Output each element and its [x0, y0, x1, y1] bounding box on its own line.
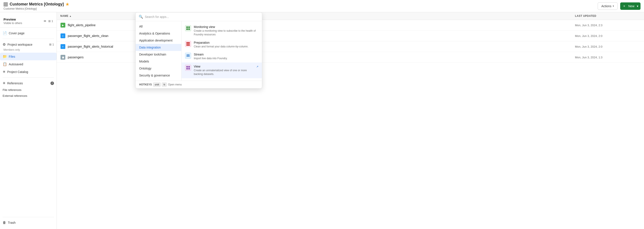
row-updated-1: Mon, Jun 3, 2024, 2:0	[575, 34, 640, 38]
workspace-grid-icon: ⊞	[49, 43, 52, 46]
category-item-data-integration[interactable]: Data integration	[136, 44, 181, 51]
section-divider-1	[2, 39, 54, 39]
sidebar-item-external-references[interactable]: External references	[0, 93, 56, 99]
new-app-dropdown[interactable]: 🔍 All Analytics & Operations Application…	[136, 12, 262, 88]
actions-label: Actions	[602, 4, 612, 8]
col-name-label: NAME	[60, 14, 68, 18]
stream-app-desc: Import live data into Foundry.	[194, 56, 258, 60]
svg-rect-4	[186, 42, 190, 43]
new-button[interactable]: + New ▾	[620, 2, 640, 10]
actions-button[interactable]: Actions ▾	[598, 2, 618, 10]
table-icon: ▦	[60, 55, 65, 60]
sidebar-item-file-references[interactable]: File references	[0, 87, 56, 93]
workspace-subtitle: Members only	[0, 48, 56, 53]
sidebar-item-autosaved[interactable]: 📋 Autosaved	[0, 60, 56, 68]
preparation-app-desc: Clean and format your data column-by-col…	[194, 45, 258, 48]
view-app-link-icon[interactable]: ↗	[256, 65, 258, 68]
monitoring-app-title: Monitoring view	[194, 25, 258, 28]
monitoring-app-icon	[185, 25, 191, 31]
star-icon[interactable]: ★	[66, 2, 69, 7]
sidebar-item-trash[interactable]: 🗑 Trash	[0, 219, 56, 226]
sidebar-item-files[interactable]: 📁 Files	[0, 53, 56, 60]
category-item-developer[interactable]: Developer toolchain	[136, 51, 181, 58]
header: Customer Metrics [Ontology] ★ Customer M…	[0, 0, 644, 12]
info-icon: i	[50, 82, 54, 85]
category-item-models[interactable]: Models	[136, 58, 181, 65]
app-item-view[interactable]: View Create an unmaterialized view of on…	[182, 62, 262, 78]
svg-rect-1	[188, 26, 190, 28]
references-label: References	[7, 82, 49, 85]
plus-icon: +	[620, 2, 628, 10]
new-label: New	[628, 4, 634, 8]
external-references-label: External references	[2, 94, 27, 98]
header-title: Customer Metrics [Ontology] ★	[4, 2, 69, 7]
search-icon: 🔍	[139, 15, 143, 19]
stream-app-icon	[185, 53, 191, 59]
files-label: Files	[9, 55, 54, 58]
category-item-ontology[interactable]: Ontology	[136, 65, 181, 72]
category-item-application[interactable]: Application development	[136, 37, 181, 44]
view-app-desc: Create an unmaterialized view of one or …	[194, 68, 254, 76]
svg-rect-9	[186, 68, 188, 70]
category-item-analytics[interactable]: Analytics & Operations	[136, 30, 181, 37]
app-item-preparation[interactable]: Preparation Clean and format your data c…	[182, 39, 262, 51]
sidebar-item-references[interactable]: ✳ References i	[0, 79, 56, 87]
trash-icon: 🗑	[2, 221, 6, 225]
hotkeys-label: HOTKEYS	[139, 83, 152, 86]
header-right: Actions ▾ + New ▾	[598, 2, 640, 10]
row-icon-dataset-1: ≡	[60, 33, 66, 38]
pipeline-icon: ▶	[60, 23, 65, 28]
col-updated-header: LAST UPDATED	[575, 14, 640, 18]
content-area: NAME ▲ LAST UPDATED ▶ flight_alerts_pipe…	[57, 12, 644, 229]
row-icon-dataset-2: ≡	[60, 44, 66, 49]
svg-rect-7	[186, 66, 188, 68]
stream-app-content: Stream Import live data into Foundry.	[194, 53, 258, 60]
preparation-app-title: Preparation	[194, 41, 258, 44]
app-item-monitoring[interactable]: Monitoring view Create a monitoring view…	[182, 23, 262, 39]
row-icon-pipeline: ▶	[60, 22, 66, 28]
preparation-app-content: Preparation Clean and format your data c…	[194, 41, 258, 48]
sidebar-item-cover-page[interactable]: 📄 Cover page	[0, 29, 56, 37]
monitoring-app-desc: Create a monitoring view to subscribe to…	[194, 29, 258, 36]
settings-icon: ⚙	[2, 42, 6, 46]
folder-icon: 📁	[2, 54, 7, 58]
preview-header: Preview Visible to others 👁 ⊞ 1	[4, 18, 53, 25]
sidebar-item-project-workspace[interactable]: ⚙ Project workspace ⊞ 1	[0, 41, 56, 48]
window-icon	[4, 2, 8, 6]
view-app-title: View	[194, 65, 254, 68]
main-layout: Preview Visible to others 👁 ⊞ 1 📄 Cover	[0, 12, 644, 229]
dropdown-body: All Analytics & Operations Application d…	[136, 21, 262, 81]
svg-rect-5	[186, 44, 190, 44]
grid-icon: ⊞	[48, 20, 51, 23]
eye-icon[interactable]: 👁	[44, 20, 46, 23]
dataset-icon: ≡	[60, 34, 65, 38]
dropdown-footer: HOTKEYS shift N Open menu	[136, 81, 262, 88]
svg-rect-3	[188, 28, 190, 30]
cover-page-icon: 📄	[2, 31, 7, 35]
workspace-count-value: 1	[52, 43, 54, 46]
title-text: Customer Metrics [Ontology]	[10, 2, 64, 6]
category-item-security[interactable]: Security & governance	[136, 72, 181, 79]
cover-page-label: Cover page	[9, 32, 54, 35]
trash-label: Trash	[8, 221, 54, 224]
preparation-app-icon	[185, 41, 191, 47]
file-references-label: File references	[2, 88, 22, 92]
category-item-all[interactable]: All	[136, 23, 181, 30]
preview-section: Preview Visible to others 👁 ⊞ 1	[0, 15, 56, 28]
workspace-count: ⊞ 1	[49, 43, 54, 46]
categories-list: All Analytics & Operations Application d…	[136, 21, 182, 81]
svg-rect-8	[188, 66, 190, 68]
new-btn-caret-icon[interactable]: ▾	[634, 2, 640, 10]
search-input[interactable]	[145, 15, 259, 18]
references-icon: ✳	[2, 81, 6, 85]
row-updated-0: Mon, Jun 3, 2024, 2:3	[575, 24, 640, 27]
dataset-icon-2: ≡	[60, 44, 65, 49]
app-item-stream[interactable]: Stream Import live data into Foundry.	[182, 50, 262, 62]
sidebar-item-project-catalog[interactable]: ✳ Project Catalog	[0, 68, 56, 76]
section-divider-2	[2, 77, 54, 78]
view-app-icon	[185, 65, 191, 71]
stream-app-title: Stream	[194, 53, 258, 56]
apps-list: Monitoring view Create a monitoring view…	[182, 21, 262, 81]
catalog-icon: ✳	[2, 70, 6, 74]
svg-rect-2	[186, 28, 188, 30]
